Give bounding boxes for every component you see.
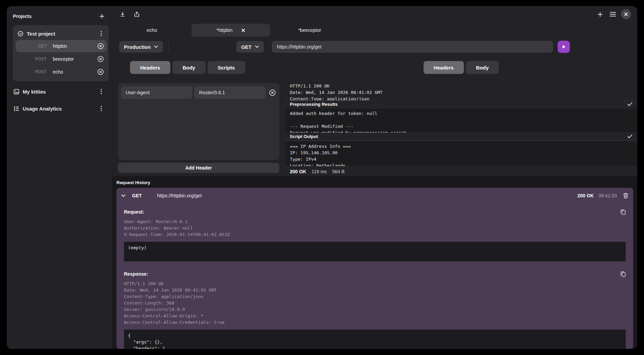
environment-label: Production: [124, 44, 151, 50]
share-icon: [134, 11, 140, 17]
project-name: Test project: [27, 31, 97, 37]
history-timestamp: 09:41:03: [599, 193, 617, 198]
preprocessing-output: Added auth header for token: null --- Re…: [285, 108, 637, 133]
usage-analytics-menu-button[interactable]: [97, 104, 105, 113]
project-clock-icon: [18, 31, 23, 37]
sidebar-request-echo[interactable]: POST echo: [16, 66, 107, 78]
method-label: GET: [241, 44, 252, 50]
history-method: GET: [132, 193, 147, 198]
chevron-down-icon: [255, 45, 259, 48]
request-name-label: httpbin: [53, 43, 96, 49]
tab-response-headers[interactable]: Headers: [424, 61, 464, 74]
close-icon: [241, 28, 245, 32]
add-header-button[interactable]: Add Header: [118, 163, 279, 173]
tab-request-headers[interactable]: Headers: [130, 61, 170, 74]
history-response-headers: HTTP/1.1 200 OK Date: Wed, 14 Jan 2026 0…: [124, 280, 626, 326]
send-request-button[interactable]: [558, 41, 570, 53]
download-icon: [120, 11, 126, 17]
circle-x-icon: [269, 89, 276, 96]
history-response-body: { "args": {}, "headers": {: [124, 330, 626, 349]
main-area: echo *httpbin *beeceptor Production GET: [112, 6, 637, 349]
sidebar-item-my-kitties[interactable]: My kitties: [13, 85, 109, 98]
remove-request-button[interactable]: [97, 68, 104, 75]
divider: [168, 42, 169, 52]
request-name-label: echo: [53, 69, 96, 75]
close-window-button[interactable]: [621, 9, 631, 19]
add-project-button[interactable]: [97, 12, 107, 21]
url-input[interactable]: [272, 41, 553, 53]
header-row: [121, 86, 276, 99]
circle-x-icon: [97, 43, 104, 50]
response-tabs: Headers Body: [285, 61, 637, 74]
response-status-bar: 200 OK 118 ms 564 B: [285, 166, 637, 176]
tab-label: *beeceptor: [298, 27, 321, 33]
request-name-label: beeceptor: [53, 56, 96, 62]
tab-httpbin[interactable]: *httpbin: [191, 24, 270, 37]
script-output: === IP Address Info === IP: 195.146.105.…: [285, 141, 637, 166]
new-tab-button[interactable]: [595, 9, 605, 19]
chevron-down-icon: [154, 45, 158, 48]
project-card: Test project GET httpbin POST beeceptor: [13, 25, 109, 81]
request-tabs: Headers Body Scripts: [130, 61, 279, 74]
delete-entry-button[interactable]: [623, 193, 628, 199]
copy-request-button[interactable]: [620, 209, 626, 215]
tab-bar: echo *httpbin *beeceptor: [112, 22, 637, 38]
request-block-label: Request:: [124, 209, 144, 215]
toolbar: [112, 6, 637, 22]
request-editor-panel: Headers Body Scripts Add Header: [112, 56, 285, 176]
sidebar-request-beeceptor[interactable]: POST beeceptor: [16, 53, 107, 65]
script-output-section-header[interactable]: Script Output: [285, 133, 637, 141]
import-button[interactable]: [118, 9, 127, 19]
check-icon: [627, 134, 632, 139]
check-icon: [627, 102, 632, 107]
remove-request-button[interactable]: [97, 56, 104, 62]
section-title: Preprocessing Results: [290, 102, 338, 107]
preprocessing-section-header[interactable]: Preprocessing Results: [285, 100, 637, 109]
status-size: 564 B: [332, 169, 345, 174]
tab-label: *httpbin: [216, 27, 232, 33]
request-method-label: GET: [16, 44, 47, 48]
circle-x-icon: [97, 68, 104, 75]
history-request-headers: User-Agent: Roster/0.6.1 Authorization: …: [124, 218, 626, 238]
collapse-entry-button[interactable]: [121, 194, 129, 197]
history-entry-header[interactable]: GET https://httpbin.org/get 200 OK 09:41…: [121, 188, 628, 203]
section-title: Script Output: [290, 134, 318, 139]
tab-echo[interactable]: echo: [112, 24, 191, 37]
sidebar: Projects Test project GET httpbin: [7, 6, 112, 349]
response-headers-preview: HTTP/1.1 200 OK Date: Wed, 14 Jan 2026 0…: [285, 82, 637, 100]
tab-request-scripts[interactable]: Scripts: [208, 61, 245, 74]
menu-button[interactable]: [608, 9, 618, 19]
headers-editor: [118, 83, 279, 160]
copy-icon: [620, 271, 626, 277]
history-status: 200 OK: [577, 193, 594, 198]
my-kitties-menu-button[interactable]: [97, 87, 105, 96]
header-value-input[interactable]: [195, 86, 265, 99]
tab-response-body[interactable]: Body: [466, 61, 499, 74]
plus-icon: [99, 13, 105, 19]
tab-beeceptor[interactable]: *beeceptor: [270, 24, 349, 37]
history-title: Request History: [116, 179, 633, 186]
header-key-input[interactable]: [121, 86, 192, 99]
close-tab-button[interactable]: [241, 28, 245, 32]
copy-response-button[interactable]: [620, 271, 626, 277]
project-menu-button[interactable]: [97, 29, 105, 38]
project-header[interactable]: Test project: [16, 28, 107, 39]
sidebar-request-httpbin[interactable]: GET httpbin: [16, 40, 107, 52]
remove-header-button[interactable]: [269, 89, 276, 96]
kebab-menu-icon: [101, 31, 102, 36]
tab-request-body[interactable]: Body: [172, 61, 206, 74]
remove-request-button[interactable]: [97, 43, 104, 50]
environment-select[interactable]: Production: [119, 41, 163, 53]
play-icon: [561, 44, 566, 49]
sidebar-item-label: Usage Analytics: [23, 106, 97, 112]
projects-title: Projects: [13, 14, 31, 19]
method-select[interactable]: GET: [236, 41, 264, 53]
sidebar-item-usage-analytics[interactable]: Usage Analytics: [13, 102, 109, 115]
export-button[interactable]: [132, 9, 142, 19]
close-icon: [624, 12, 628, 16]
trash-icon: [623, 193, 628, 199]
response-block-label: Response:: [124, 271, 148, 277]
request-bar: Production GET: [112, 38, 637, 56]
copy-icon: [620, 209, 626, 215]
request-method-label: POST: [16, 57, 47, 61]
